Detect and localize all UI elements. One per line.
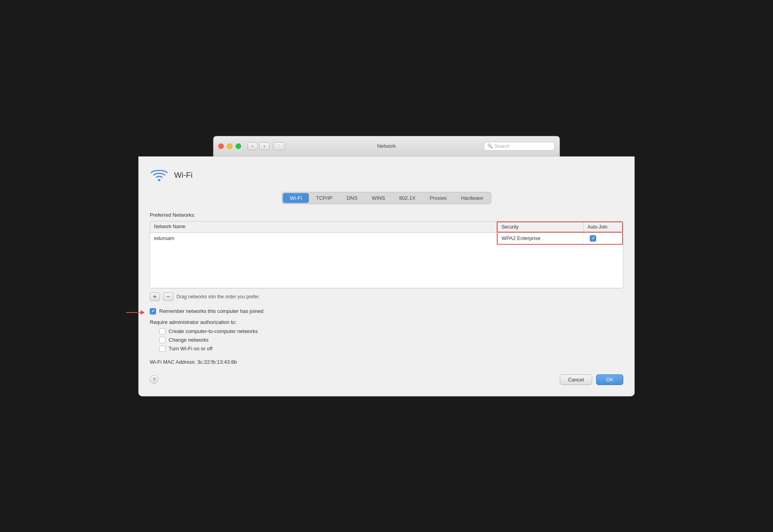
tab-proxies[interactable]: Proxies — [423, 193, 454, 203]
change-networks-checkbox[interactable] — [159, 337, 165, 343]
remember-networks-label: Remember networks this computer has join… — [159, 308, 263, 314]
col-header-autojoin: Auto-Join — [583, 222, 622, 232]
autojoin-checkbox[interactable]: ✓ — [590, 235, 596, 242]
grid-button[interactable]: ⋮⋮⋮ — [273, 142, 285, 150]
wifi-label: Wi-Fi — [174, 171, 193, 180]
bottom-bar: ? Cancel OK — [150, 374, 623, 385]
sub-option-1: Create computer-to-computer networks — [159, 328, 623, 335]
create-networks-checkbox[interactable] — [159, 328, 165, 335]
minimize-button[interactable] — [227, 143, 232, 149]
maximize-button[interactable] — [236, 143, 241, 149]
tabs-container: Wi-Fi TCP/IP DNS WINS 802.1X Proxies Har… — [150, 192, 623, 204]
create-networks-label: Create computer-to-computer networks — [169, 328, 258, 334]
tab-hardware[interactable]: Hardware — [454, 193, 490, 203]
remember-networks-option: ✓ Remember networks this computer has jo… — [150, 308, 263, 314]
close-button[interactable] — [218, 143, 224, 149]
remove-network-button[interactable]: − — [163, 292, 173, 301]
table-controls: + − Drag networks into the order you pre… — [150, 292, 623, 301]
tab-wins[interactable]: WINS — [364, 193, 392, 203]
arrow-annotation — [126, 312, 144, 313]
preferred-networks-label: Preferred Networks: — [150, 212, 623, 218]
arrow-line — [126, 312, 144, 313]
sub-option-2: Change networks — [159, 337, 623, 343]
change-networks-label: Change networks — [169, 337, 208, 343]
nav-buttons: ‹ › — [247, 142, 269, 150]
col-header-network-name: Network Name — [150, 221, 497, 233]
title-bar: ‹ › ⋮⋮⋮ Network 🔍 Search — [213, 136, 560, 156]
highlighted-section: Security Auto-Join — [497, 221, 623, 233]
tab-8021x[interactable]: 802.1X — [392, 193, 422, 203]
networks-table: Network Name Security Auto-Join eduroam … — [150, 221, 623, 288]
search-box[interactable]: 🔍 Search — [484, 142, 555, 151]
table-row: eduroam WPA2 Enterprise ✓ — [150, 233, 623, 288]
drag-hint: Drag networks into the order you prefer. — [177, 294, 260, 299]
content-area: Preferred Networks: Network Name Securit… — [150, 212, 623, 365]
require-admin-label: Require administrator authorization to: — [150, 319, 623, 325]
svg-point-0 — [158, 179, 160, 181]
window-title: Network — [377, 143, 396, 149]
mac-address-value: 3c:22:fb:13:43:8b — [197, 359, 237, 365]
back-button[interactable]: ‹ — [247, 142, 258, 150]
forward-button[interactable]: › — [259, 142, 269, 150]
add-network-button[interactable]: + — [150, 292, 160, 301]
require-admin-section: Require administrator authorization to: … — [150, 319, 623, 352]
action-buttons: Cancel OK — [560, 374, 623, 385]
cancel-button[interactable]: Cancel — [560, 374, 592, 385]
help-button[interactable]: ? — [150, 375, 158, 384]
ok-button[interactable]: OK — [596, 374, 623, 385]
sub-option-3: Turn Wi-Fi on or off — [159, 346, 623, 352]
tab-dns[interactable]: DNS — [340, 193, 364, 203]
mac-address-row: Wi-Fi MAC Address: 3c:22:fb:13:43:8b — [150, 359, 623, 365]
highlighted-data: WPA2 Enterprise ✓ — [497, 233, 623, 245]
table-header: Network Name Security Auto-Join — [150, 221, 623, 233]
traffic-lights — [218, 143, 241, 149]
remember-networks-row: ✓ Remember networks this computer has jo… — [150, 308, 623, 317]
turn-wifi-checkbox[interactable] — [159, 346, 165, 352]
search-input[interactable]: Search — [494, 143, 509, 149]
wifi-header: Wi-Fi — [150, 166, 623, 185]
tab-wifi[interactable]: Wi-Fi — [283, 193, 309, 203]
cell-network-name: eduroam — [150, 233, 497, 244]
cell-autojoin: ✓ — [583, 233, 622, 244]
col-header-security: Security — [498, 222, 583, 232]
remember-networks-checkbox[interactable]: ✓ — [150, 308, 156, 314]
mac-address-label: Wi-Fi MAC Address: — [150, 359, 196, 365]
tab-tcpip[interactable]: TCP/IP — [309, 193, 340, 203]
cell-security: WPA2 Enterprise — [498, 233, 583, 244]
tabs: Wi-Fi TCP/IP DNS WINS 802.1X Proxies Har… — [282, 192, 492, 204]
sub-options: Create computer-to-computer networks Cha… — [159, 328, 623, 352]
wifi-icon — [150, 166, 169, 185]
turn-wifi-label: Turn Wi-Fi on or off — [169, 346, 212, 352]
network-dialog: Wi-Fi Wi-Fi TCP/IP DNS WINS 802.1X Proxi… — [138, 156, 635, 396]
search-icon: 🔍 — [487, 143, 493, 149]
